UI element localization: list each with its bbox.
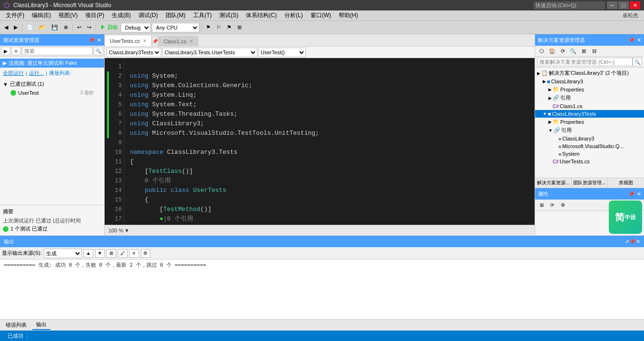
output-close-btn[interactable]: ✕ [636,239,640,245]
bookmark-button[interactable]: ⚑ [204,22,213,33]
props-pin-icon[interactable]: 📌 [628,191,635,197]
maximize-button[interactable]: □ [618,1,629,9]
tree-cl3tests-ref[interactable]: ▼ 🔗 引用 [535,126,644,135]
tree-cl3-properties[interactable]: ▶ 📁 Properties [535,85,644,93]
tree-ref-system[interactable]: ▶ ■ System [535,150,644,158]
forward-button[interactable]: ▶ [11,22,20,33]
back-button[interactable]: ◀ [2,22,10,33]
tree-ref-cl3[interactable]: ▶ ■ ClassLibrary3 [535,135,644,142]
menu-arch[interactable]: 体系结构(C) [242,10,281,20]
debug-select[interactable]: Debug [121,23,151,32]
menu-build[interactable]: 生成(B) [108,10,135,20]
test-item[interactable]: UserTest 3 毫秒 [3,89,101,97]
zoom-level[interactable]: 100 % [108,228,123,233]
zoom-dropdown[interactable]: ▼ [124,228,129,233]
props-btn3[interactable]: ⚙ [558,201,567,210]
toolbar-btn3[interactable]: ⚑ [224,22,234,33]
summary-text: 上次测试运行 已通过 (总运行时间 [3,217,101,224]
menu-project[interactable]: 项目(P) [81,10,108,20]
menu-team[interactable]: 团队(M) [162,10,189,20]
output-source-select[interactable]: 生成 [44,249,82,258]
cpu-select[interactable]: Any CPU [152,23,199,32]
output-tb-btn3[interactable]: ⊞ [107,249,116,258]
sol-tab-team[interactable]: 团队资源管理... [572,178,608,188]
menu-test[interactable]: 测试(S) [215,10,242,20]
menu-view[interactable]: 视图(V) [55,10,81,20]
sol-tab-solution[interactable]: 解决方案资源... [535,178,572,188]
solution-search-input[interactable] [537,58,633,66]
solution-pin-icon[interactable]: 📌 [628,37,635,43]
undo-button[interactable]: ↩ [75,22,84,33]
output-tb-btn5[interactable]: ≡ [129,249,139,258]
tree-ref-ms[interactable]: ▶ ■ Microsoft.VisualStudio.Q... [535,142,644,150]
solution-search-button[interactable]: 🔍 [633,58,642,66]
brand-logo: 简中设 [609,201,642,234]
toolbar-btn2[interactable]: ⚐ [214,22,224,33]
sol-toolbar-btn4[interactable]: 🔍 [568,47,578,55]
menu-analyze[interactable]: 分析(L) [281,10,307,20]
output-tb-btn6[interactable]: ⚙ [141,249,150,258]
code-editor[interactable]: 12345 678910 1112131415 1617181920 21222… [105,58,535,225]
menu-tools[interactable]: 工具(T) [189,10,215,20]
output-tab-output[interactable]: 输出 [32,320,50,330]
output-header: 输出 ⇗ 📌 ✕ [0,236,644,247]
start-button[interactable]: ▶ ▶ 启动启动 [98,22,120,33]
sol-tab-class[interactable]: 类视图 [608,178,644,188]
test-section-header[interactable]: ▶ 流视频: 通过单元测试和 Fake [0,59,104,68]
sol-toolbar-btn2[interactable]: 🏠 [547,47,557,55]
menu-window[interactable]: 窗口(W) [307,10,335,20]
output-tab-errors[interactable]: 错误列表 [2,321,30,330]
props-btn1[interactable]: ⊞ [537,201,546,210]
output-tb-btn1[interactable]: ▲ [84,249,93,258]
menu-edit[interactable]: 编辑(E) [28,10,55,20]
new-file-button[interactable]: 📄 [24,22,36,33]
minimize-button[interactable]: ─ [607,1,617,9]
tab-close-icon[interactable]: ✕ [143,38,146,43]
passed-header[interactable]: ▼ 已通过测试 (1) [3,80,101,89]
sol-toolbar-btn3[interactable]: ⟳ [558,47,567,55]
menu-file[interactable]: 文件(F) [2,10,28,20]
search-box[interactable]: 快速启动 (Ctrl+Q) [534,1,605,10]
menu-debug[interactable]: 调试(D) [135,10,162,20]
tab-usertests[interactable]: UserTests.cs ✕ [105,35,152,46]
tree-cl3tests[interactable]: ▼ ■ ClassLibrary3Tests [535,110,644,118]
tree-cl3-class1[interactable]: ▶ C# Class1.cs [535,102,644,110]
solution-close-icon[interactable]: ✕ [637,37,641,43]
code-content[interactable]: using System; using System.Collections.G… [124,58,535,225]
toolbar-btn4[interactable]: ⊞ [235,22,244,33]
run-link[interactable]: 运行... [29,70,44,77]
close-panel-icon[interactable]: ✕ [97,37,101,43]
run-all-link[interactable]: 全部运行 [3,70,24,77]
solution-root[interactable]: ▶ 📋 解决方案'ClassLibrary3' (2 个项目) [535,69,644,78]
output-float-btn[interactable]: ⇗ [625,239,629,245]
close-button[interactable]: ✕ [630,1,640,9]
save-button[interactable]: 💾 [49,22,60,33]
project-select[interactable]: ClassLibrary3Tests [107,48,161,57]
menu-help[interactable]: 帮助(H) [335,10,362,20]
filter-test-button[interactable]: ≡ [11,47,21,55]
output-pin-btn[interactable]: 📌 [629,239,636,245]
sol-toolbar-btn1[interactable]: ⬡ [537,47,546,55]
output-tb-btn2[interactable]: ▼ [95,249,105,258]
tree-usertests-cs[interactable]: ▶ C# UserTests.cs [535,158,644,165]
tree-cl3tests-properties[interactable]: ▶ 📁 Properties [535,118,644,126]
sol-toolbar-btn5[interactable]: ⊞ [579,47,588,55]
pin-icon[interactable]: 📌 [88,37,95,43]
save-all-button[interactable]: ⊕ [61,22,70,33]
tab-usertests-pin[interactable]: 📌 [152,36,158,46]
tree-cl3-ref[interactable]: ▶ 🔗 引用 [535,93,644,102]
open-button[interactable]: 📂 [37,22,48,33]
redo-button[interactable]: ↪ [85,22,94,33]
test-search-button[interactable]: 🔍 [94,47,103,55]
tab-class1-close-icon[interactable]: ✕ [189,39,193,44]
tree-classlibrary3[interactable]: ▶ ■ ClassLibrary3 [535,78,644,85]
props-close-icon[interactable]: ✕ [637,191,641,197]
class-select[interactable]: ClassLibrary3.Tests.UserTests [162,48,257,57]
run-test-button[interactable]: ▶ [1,47,10,55]
sol-toolbar-btn6[interactable]: ⊟ [589,47,599,55]
method-select[interactable]: UserTest() [258,48,306,57]
output-tb-btn4[interactable]: 🖊 [118,249,127,258]
test-search-input[interactable] [22,47,93,55]
tab-class1[interactable]: Class1.cs ✕ [158,36,198,46]
props-btn2[interactable]: ⟳ [547,201,557,210]
